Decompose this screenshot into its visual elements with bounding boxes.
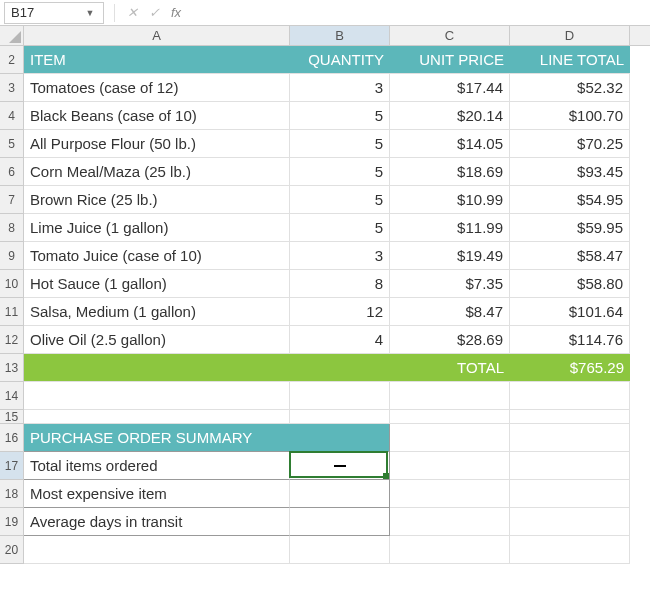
cell[interactable] (390, 424, 510, 452)
cell[interactable] (510, 410, 630, 424)
cell[interactable]: 5 (290, 214, 390, 242)
cell[interactable]: Total items ordered (24, 452, 290, 480)
cell[interactable]: $58.80 (510, 270, 630, 298)
cell[interactable]: $114.76 (510, 326, 630, 354)
cell[interactable]: $11.99 (390, 214, 510, 242)
cell-selected[interactable] (290, 452, 390, 480)
cell[interactable] (510, 536, 630, 564)
cell[interactable]: LINE TOTAL (510, 46, 630, 74)
cell[interactable] (290, 536, 390, 564)
cell[interactable]: $10.99 (390, 186, 510, 214)
cell[interactable]: 5 (290, 158, 390, 186)
cell[interactable] (24, 536, 290, 564)
row-header[interactable]: 12 (0, 326, 24, 354)
cell[interactable] (510, 424, 630, 452)
cell[interactable] (290, 480, 390, 508)
cell[interactable]: Brown Rice (25 lb.) (24, 186, 290, 214)
cell[interactable]: $70.25 (510, 130, 630, 158)
cell[interactable] (510, 382, 630, 410)
name-box[interactable]: B17 ▼ (4, 2, 104, 24)
cell[interactable] (510, 452, 630, 480)
cell[interactable] (290, 382, 390, 410)
row-header[interactable]: 17 (0, 452, 24, 480)
row-header[interactable]: 16 (0, 424, 24, 452)
cell[interactable] (290, 410, 390, 424)
cell[interactable]: $18.69 (390, 158, 510, 186)
cell[interactable]: $765.29 (510, 354, 630, 382)
select-all-corner[interactable] (0, 26, 24, 46)
cell[interactable]: Average days in transit (24, 508, 290, 536)
cell[interactable]: 3 (290, 242, 390, 270)
cell[interactable]: Lime Juice (1 gallon) (24, 214, 290, 242)
col-header-d[interactable]: D (510, 26, 630, 45)
cell[interactable]: QUANTITY (290, 46, 390, 74)
cell[interactable]: $17.44 (390, 74, 510, 102)
cell[interactable] (390, 536, 510, 564)
row-header[interactable]: 19 (0, 508, 24, 536)
cell[interactable]: TOTAL (390, 354, 510, 382)
cell[interactable] (390, 410, 510, 424)
cell[interactable] (24, 410, 290, 424)
row-header[interactable]: 18 (0, 480, 24, 508)
col-header-a[interactable]: A (24, 26, 290, 45)
cell[interactable]: 5 (290, 102, 390, 130)
cell[interactable]: PURCHASE ORDER SUMMARY (24, 424, 290, 452)
cell[interactable]: Hot Sauce (1 gallon) (24, 270, 290, 298)
col-header-c[interactable]: C (390, 26, 510, 45)
cell[interactable] (390, 452, 510, 480)
cell[interactable]: $59.95 (510, 214, 630, 242)
row-header[interactable]: 20 (0, 536, 24, 564)
cell[interactable]: $52.32 (510, 74, 630, 102)
row-header[interactable]: 6 (0, 158, 24, 186)
cell[interactable]: $101.64 (510, 298, 630, 326)
cell[interactable] (510, 508, 630, 536)
cell[interactable] (290, 354, 390, 382)
cell[interactable]: $54.95 (510, 186, 630, 214)
row-header[interactable]: 7 (0, 186, 24, 214)
formula-input[interactable] (187, 2, 650, 24)
cell[interactable]: $14.05 (390, 130, 510, 158)
cell[interactable]: 12 (290, 298, 390, 326)
cell[interactable]: $93.45 (510, 158, 630, 186)
cell[interactable]: $8.47 (390, 298, 510, 326)
cell[interactable]: 3 (290, 74, 390, 102)
fx-icon[interactable]: fx (165, 2, 187, 24)
cell[interactable]: UNIT PRICE (390, 46, 510, 74)
cell[interactable]: $19.49 (390, 242, 510, 270)
cell[interactable]: Tomatoes (case of 12) (24, 74, 290, 102)
cell[interactable] (510, 480, 630, 508)
row-header[interactable]: 9 (0, 242, 24, 270)
row-header[interactable]: 11 (0, 298, 24, 326)
cell[interactable]: 4 (290, 326, 390, 354)
cell[interactable]: ITEM (24, 46, 290, 74)
row-header[interactable]: 15 (0, 410, 24, 424)
chevron-down-icon[interactable]: ▼ (83, 8, 97, 18)
cell[interactable]: Salsa, Medium (1 gallon) (24, 298, 290, 326)
row-header[interactable]: 4 (0, 102, 24, 130)
cell[interactable]: Olive Oil (2.5 gallon) (24, 326, 290, 354)
row-header[interactable]: 10 (0, 270, 24, 298)
cell[interactable]: 5 (290, 130, 390, 158)
row-header[interactable]: 3 (0, 74, 24, 102)
cell[interactable] (24, 354, 290, 382)
cell[interactable]: $7.35 (390, 270, 510, 298)
cell[interactable] (390, 480, 510, 508)
cell[interactable]: $20.14 (390, 102, 510, 130)
col-header-b[interactable]: B (290, 26, 390, 45)
cell[interactable] (290, 508, 390, 536)
cell[interactable]: 8 (290, 270, 390, 298)
row-header[interactable]: 2 (0, 46, 24, 74)
cell[interactable]: 5 (290, 186, 390, 214)
cell[interactable] (390, 508, 510, 536)
cell[interactable] (24, 382, 290, 410)
cell[interactable]: Black Beans (case of 10) (24, 102, 290, 130)
cell[interactable]: Most expensive item (24, 480, 290, 508)
cell[interactable]: Corn Meal/Maza (25 lb.) (24, 158, 290, 186)
cell[interactable]: All Purpose Flour (50 lb.) (24, 130, 290, 158)
cell[interactable]: $28.69 (390, 326, 510, 354)
row-header[interactable]: 8 (0, 214, 24, 242)
row-header[interactable]: 14 (0, 382, 24, 410)
cell[interactable] (290, 424, 390, 452)
cell[interactable]: Tomato Juice (case of 10) (24, 242, 290, 270)
cell[interactable]: $100.70 (510, 102, 630, 130)
